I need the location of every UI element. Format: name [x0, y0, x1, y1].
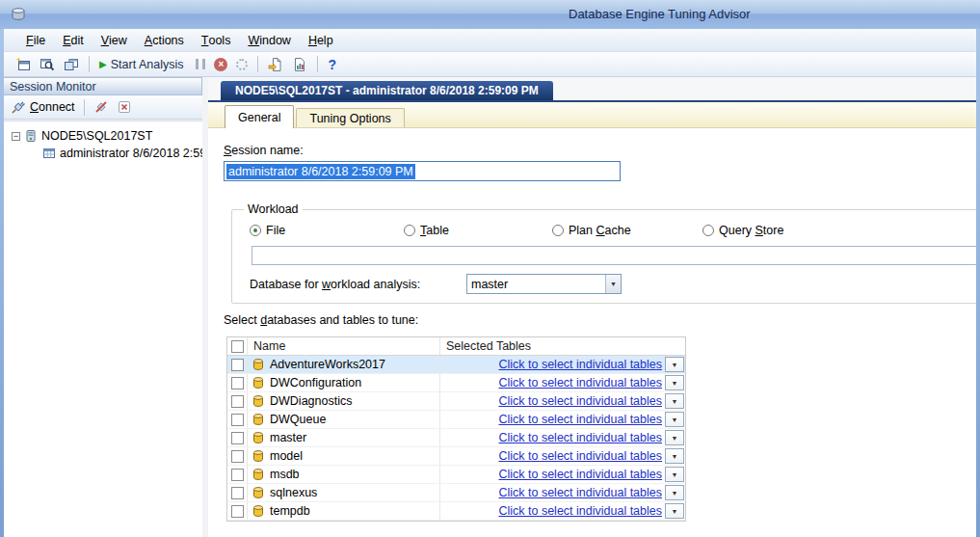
start-analysis-label: Start Analysis	[111, 58, 188, 71]
row-checkbox[interactable]	[231, 414, 244, 426]
apply-recommendations-button[interactable]	[232, 54, 252, 75]
export-report-button[interactable]	[288, 54, 311, 75]
select-tables-link[interactable]: Click to select individual tables	[498, 449, 662, 463]
window-border-right	[976, 29, 980, 537]
tables-dropdown-button[interactable]: ▼	[665, 412, 684, 427]
tree-server-node[interactable]: − NODE5\SQL2017ST	[4, 127, 202, 145]
row-checkbox[interactable]	[231, 377, 244, 389]
start-analysis-button[interactable]: ▶ Start Analysis	[95, 54, 191, 75]
tab-general[interactable]: General	[225, 105, 294, 128]
select-tables-link[interactable]: Click to select individual tables	[498, 504, 662, 518]
select-tables-link[interactable]: Click to select individual tables	[498, 376, 662, 389]
new-session-button[interactable]	[12, 54, 35, 75]
row-checkbox[interactable]	[231, 469, 244, 481]
database-combo-value: master	[467, 278, 605, 291]
stop-analysis-button[interactable]: ×	[210, 54, 231, 75]
stop-icon: ×	[214, 58, 227, 71]
table-row[interactable]: msdb Click to select individual tables▼	[227, 466, 685, 484]
window-title: Database Engine Tuning Advisor	[569, 7, 751, 21]
disconnect-icon	[93, 99, 109, 115]
toolbar-separator	[84, 99, 85, 116]
delete-icon	[117, 99, 132, 115]
session-name-label: Session name:	[224, 144, 304, 157]
connect-button[interactable]: Connect	[7, 96, 79, 118]
row-checkbox[interactable]	[231, 505, 244, 518]
database-name: model	[270, 449, 303, 463]
tab-tuning-options[interactable]: Tuning Options	[296, 108, 404, 127]
gear-icon	[236, 59, 248, 70]
menu-actions[interactable]: Actions	[136, 29, 193, 51]
select-tables-link[interactable]: Click to select individual tables	[498, 358, 662, 371]
tables-dropdown-button[interactable]: ▼	[665, 430, 684, 445]
select-tables-link[interactable]: Click to select individual tables	[498, 413, 662, 426]
chevron-down-icon: ▼	[672, 380, 678, 387]
row-checkbox[interactable]	[231, 359, 244, 371]
tables-dropdown-button[interactable]: ▼	[665, 393, 684, 409]
table-row[interactable]: model Click to select individual tables▼	[227, 447, 685, 466]
tables-dropdown-button[interactable]: ▼	[665, 467, 684, 482]
workload-plan-cache-radio[interactable]: Plan Cache	[552, 224, 631, 237]
collapse-icon[interactable]: −	[12, 132, 20, 141]
tables-dropdown-button[interactable]: ▼	[665, 503, 684, 519]
tables-dropdown-button[interactable]: ▼	[665, 357, 684, 372]
search-session-icon	[40, 57, 55, 72]
table-row[interactable]: master Click to select individual tables…	[227, 429, 685, 447]
table-row[interactable]: tempdb Click to select individual tables…	[227, 502, 685, 521]
database-icon	[252, 376, 265, 389]
radio-icon	[404, 225, 415, 236]
disconnect-button[interactable]	[90, 96, 113, 118]
chevron-down-icon: ▼	[672, 508, 678, 515]
radio-label: Plan Cache	[569, 224, 631, 237]
help-button[interactable]: ?	[324, 54, 340, 75]
database-icon	[252, 504, 265, 518]
database-icon	[252, 431, 265, 444]
menu-view[interactable]: View	[93, 29, 136, 51]
menu-window[interactable]: Window	[239, 29, 299, 51]
table-row[interactable]: AdventureWorks2017 Click to select indiv…	[227, 356, 685, 374]
session-document-tab[interactable]: NODE5\SQL2017ST - administrator 8/6/2018…	[221, 81, 553, 100]
database-icon	[252, 358, 265, 371]
workload-table-radio[interactable]: Table	[404, 224, 449, 237]
menu-tools[interactable]: Tools	[193, 29, 240, 51]
menu-help[interactable]: Help	[300, 29, 342, 51]
session-name-input[interactable]: administrator 8/6/2018 2:59:09 PM	[224, 161, 621, 181]
windows-icon	[64, 57, 79, 72]
workload-group: Workload File Table Plan Cache Query Sto…	[231, 209, 976, 304]
import-workload-button[interactable]	[264, 54, 287, 75]
general-tab-content: Session name: administrator 8/6/2018 2:5…	[208, 128, 976, 537]
select-tables-link[interactable]: Click to select individual tables	[498, 394, 662, 408]
table-row[interactable]: DWDiagnostics Click to select individual…	[227, 392, 685, 411]
open-session-button[interactable]	[36, 54, 59, 75]
tree-session-node[interactable]: administrator 8/6/2018 2:59:	[4, 145, 202, 162]
menu-file[interactable]: File	[17, 29, 54, 51]
workload-query-store-radio[interactable]: Query Store	[702, 224, 783, 237]
session-tree: − NODE5\SQL2017ST administrator 8/6/2018…	[4, 121, 202, 537]
tables-dropdown-button[interactable]: ▼	[665, 485, 684, 500]
row-checkbox[interactable]	[231, 450, 244, 463]
database-combo[interactable]: master ▼	[466, 274, 622, 294]
select-tables-link[interactable]: Click to select individual tables	[498, 486, 662, 499]
clone-session-button[interactable]	[60, 54, 83, 75]
tune-section-label: Select databases and tables to tune:	[224, 313, 418, 327]
table-row[interactable]: DWConfiguration Click to select individu…	[227, 374, 685, 392]
tables-dropdown-button[interactable]: ▼	[665, 448, 684, 464]
application-window: Database Engine Tuning Advisor File Edit…	[0, 0, 980, 537]
database-icon	[252, 468, 265, 481]
table-row[interactable]: DWQueue Click to select individual table…	[227, 411, 685, 429]
select-all-checkbox[interactable]	[231, 340, 244, 353]
workload-file-input[interactable]	[252, 246, 976, 265]
delete-session-button[interactable]	[113, 96, 136, 118]
table-row[interactable]: sqlnexus Click to select individual tabl…	[227, 484, 685, 502]
chevron-down-icon: ▼	[672, 362, 678, 368]
row-checkbox[interactable]	[231, 395, 244, 408]
chevron-down-icon[interactable]: ▼	[605, 275, 621, 293]
select-tables-link[interactable]: Click to select individual tables	[498, 431, 662, 444]
chevron-down-icon: ▼	[672, 416, 678, 423]
workload-file-radio[interactable]: File	[250, 224, 285, 237]
tables-dropdown-button[interactable]: ▼	[665, 375, 684, 390]
pause-analysis-button[interactable]	[192, 54, 209, 75]
row-checkbox[interactable]	[231, 487, 244, 499]
select-tables-link[interactable]: Click to select individual tables	[498, 468, 662, 481]
menu-edit[interactable]: Edit	[54, 29, 93, 51]
row-checkbox[interactable]	[231, 432, 244, 444]
